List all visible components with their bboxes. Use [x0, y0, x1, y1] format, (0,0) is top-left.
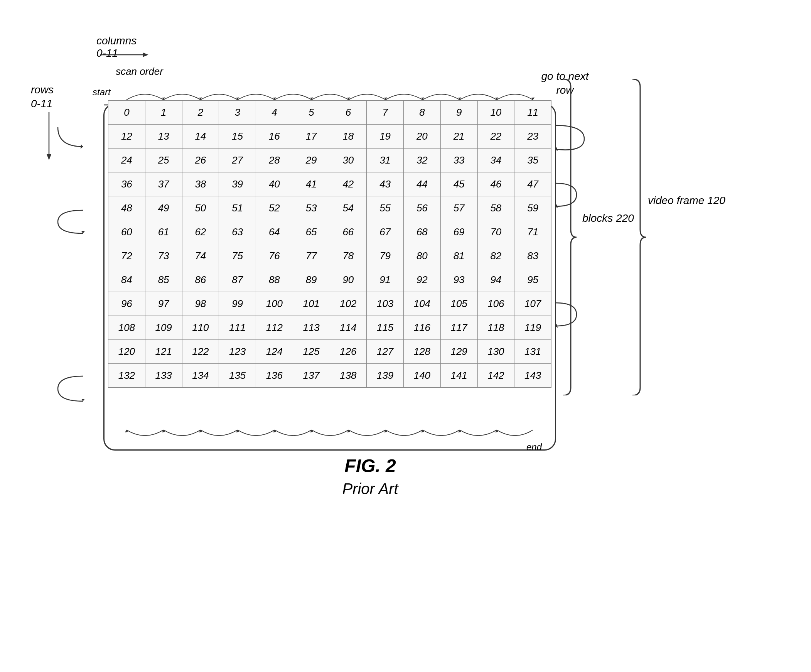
row-start-arrow-1	[54, 126, 93, 153]
rows-arrow	[44, 112, 54, 162]
grid-cell-143: 143	[514, 364, 551, 388]
grid-cell-36: 36	[109, 172, 145, 196]
grid-cell-33: 33	[440, 149, 477, 172]
grid-cell-5: 5	[293, 101, 330, 125]
grid-cell-99: 99	[219, 292, 256, 316]
grid-cell-12: 12	[109, 125, 145, 149]
svg-marker-3	[47, 154, 51, 160]
grid-cell-19: 19	[367, 125, 404, 149]
grid-cell-123: 123	[219, 340, 256, 364]
rows-label: rows 0-11	[31, 83, 54, 111]
grid-cell-3: 3	[219, 101, 256, 125]
grid-cell-8: 8	[404, 101, 441, 125]
grid-cell-122: 122	[182, 340, 219, 364]
grid-cell-40: 40	[256, 172, 293, 196]
grid-cell-69: 69	[440, 220, 477, 244]
grid-cell-91: 91	[367, 268, 404, 292]
grid-cell-31: 31	[367, 149, 404, 172]
prior-art-text: Prior Art	[342, 480, 398, 497]
grid-cell-11: 11	[514, 101, 551, 125]
grid-cell-23: 23	[514, 125, 551, 149]
fig-label: FIG. 2	[293, 455, 447, 477]
scan-order-text: scan order	[116, 66, 163, 77]
grid-cell-58: 58	[477, 196, 514, 220]
grid-cell-29: 29	[293, 149, 330, 172]
grid-cell-32: 32	[404, 149, 441, 172]
grid-cell-133: 133	[145, 364, 182, 388]
grid-cell-85: 85	[145, 268, 182, 292]
prior-art-label: Prior Art	[293, 480, 447, 498]
grid-cell-47: 47	[514, 172, 551, 196]
svg-marker-28	[81, 144, 83, 149]
grid-cell-72: 72	[109, 244, 145, 268]
grid-cell-52: 52	[256, 196, 293, 220]
grid-cell-136: 136	[256, 364, 293, 388]
grid-cell-106: 106	[477, 292, 514, 316]
grid-cell-79: 79	[367, 244, 404, 268]
grid-cell-137: 137	[293, 364, 330, 388]
grid-table: 0123456789101112131415161718192021222324…	[108, 100, 551, 388]
grid-cell-65: 65	[293, 220, 330, 244]
grid-cell-41: 41	[293, 172, 330, 196]
grid-cell-90: 90	[330, 268, 367, 292]
grid-cell-93: 93	[440, 268, 477, 292]
grid-cell-17: 17	[293, 125, 330, 149]
grid-cell-15: 15	[219, 125, 256, 149]
grid-cell-18: 18	[330, 125, 367, 149]
grid-cell-130: 130	[477, 340, 514, 364]
grid-cell-70: 70	[477, 220, 514, 244]
grid-cell-1: 1	[145, 101, 182, 125]
grid-cell-63: 63	[219, 220, 256, 244]
grid-cell-30: 30	[330, 149, 367, 172]
grid-cell-108: 108	[109, 316, 145, 340]
grid-cell-0: 0	[109, 101, 145, 125]
grid-cell-120: 120	[109, 340, 145, 364]
grid-cell-39: 39	[219, 172, 256, 196]
grid-cell-142: 142	[477, 364, 514, 388]
grid-cell-84: 84	[109, 268, 145, 292]
grid-cell-112: 112	[256, 316, 293, 340]
grid-cell-115: 115	[367, 316, 404, 340]
svg-marker-1	[143, 53, 148, 57]
grid-cell-104: 104	[404, 292, 441, 316]
grid-cell-77: 77	[293, 244, 330, 268]
fig-text: FIG. 2	[344, 456, 396, 476]
grid-cell-34: 34	[477, 149, 514, 172]
grid-cell-7: 7	[367, 101, 404, 125]
grid-cell-113: 113	[293, 316, 330, 340]
columns-arrow	[100, 50, 150, 60]
grid-cell-57: 57	[440, 196, 477, 220]
grid-cell-119: 119	[514, 316, 551, 340]
grid-cell-46: 46	[477, 172, 514, 196]
grid-cell-42: 42	[330, 172, 367, 196]
video-frame-text: video frame 120	[648, 194, 725, 206]
grid-cell-131: 131	[514, 340, 551, 364]
grid-cell-64: 64	[256, 220, 293, 244]
blocks-text: blocks 220	[582, 212, 634, 224]
grid-cell-101: 101	[293, 292, 330, 316]
grid-cell-114: 114	[330, 316, 367, 340]
end-text: end	[526, 442, 542, 452]
grid-cell-6: 6	[330, 101, 367, 125]
grid-cell-28: 28	[256, 149, 293, 172]
grid-cell-81: 81	[440, 244, 477, 268]
grid-cell-62: 62	[182, 220, 219, 244]
grid-cell-135: 135	[219, 364, 256, 388]
grid-cell-4: 4	[256, 101, 293, 125]
grid-cell-38: 38	[182, 172, 219, 196]
grid-cell-100: 100	[256, 292, 293, 316]
scan-order-label: scan order	[116, 66, 163, 78]
grid-cell-27: 27	[219, 149, 256, 172]
blocks-brace	[559, 79, 579, 395]
grid-cell-121: 121	[145, 340, 182, 364]
grid-cell-71: 71	[514, 220, 551, 244]
grid-cell-53: 53	[293, 196, 330, 220]
grid-cell-105: 105	[440, 292, 477, 316]
grid-cell-76: 76	[256, 244, 293, 268]
grid-cell-75: 75	[219, 244, 256, 268]
blocks-label: blocks 220	[582, 212, 634, 224]
grid-cell-50: 50	[182, 196, 219, 220]
grid-cell-59: 59	[514, 196, 551, 220]
grid-cell-22: 22	[477, 125, 514, 149]
grid-cell-118: 118	[477, 316, 514, 340]
